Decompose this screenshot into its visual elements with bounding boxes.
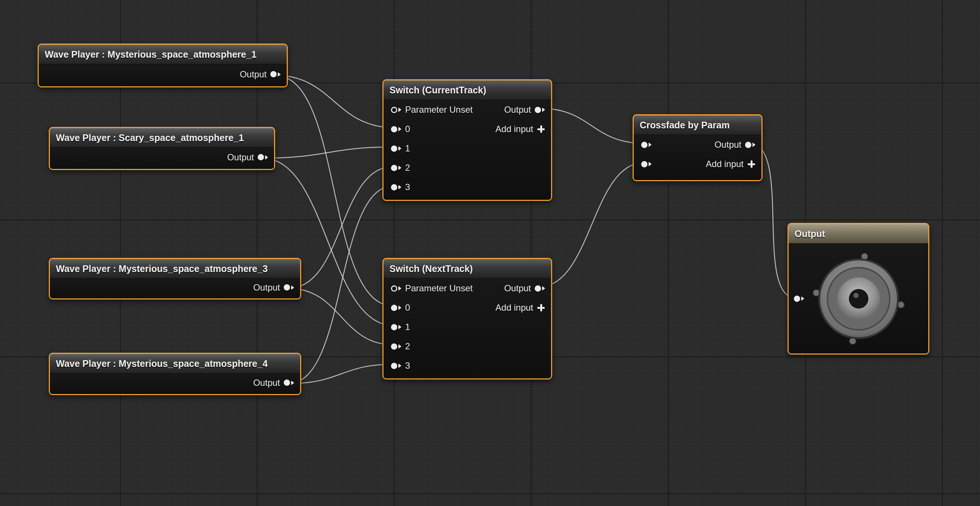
node-switch-nexttrack[interactable]: Switch (NextTrack) Parameter Unset Outpu… — [382, 258, 552, 379]
node-body: Output — [50, 374, 300, 394]
output-pin[interactable] — [284, 284, 294, 290]
node-header[interactable]: Output — [789, 224, 928, 244]
node-header[interactable]: Wave Player : Mysterious_space_atmospher… — [50, 259, 300, 279]
node-title: Wave Player : Mysterious_space_atmospher… — [56, 263, 268, 274]
input-pin-1[interactable] — [391, 146, 401, 152]
wire — [539, 108, 644, 143]
param-pin-label: Parameter Unset — [405, 283, 473, 293]
node-body: Output — [50, 148, 274, 169]
param-input-pin[interactable] — [391, 286, 401, 292]
output-pin-label: Output — [253, 282, 280, 293]
input-pin-label: 2 — [405, 163, 410, 173]
wire — [288, 364, 394, 384]
node-header[interactable]: Wave Player : Scary_space_atmosphere_1 — [50, 128, 274, 148]
node-title: Switch (CurrentTrack) — [390, 85, 486, 96]
input-pin-0[interactable] — [391, 126, 401, 132]
output-pin[interactable] — [270, 71, 281, 78]
output-pin[interactable] — [535, 286, 545, 292]
graph-canvas[interactable]: Wave Player : Mysterious_space_atmospher… — [0, 0, 980, 506]
input-pin-label: 1 — [405, 143, 410, 154]
node-body: Output — [39, 64, 287, 86]
input-pin-label: 1 — [405, 322, 410, 332]
node-crossfade-by-param[interactable]: Crossfade by Param Output Add input — [633, 114, 762, 181]
node-title: Wave Player : Mysterious_space_atmospher… — [56, 358, 268, 369]
output-pin[interactable] — [745, 142, 756, 148]
input-pin-label: 0 — [405, 124, 410, 134]
node-body: Parameter Unset Output 0 Add input — [383, 279, 551, 378]
output-pin[interactable] — [535, 107, 545, 113]
output-pin-label: Output — [240, 69, 267, 79]
input-pin-label: 2 — [405, 341, 410, 352]
node-header[interactable]: Switch (CurrentTrack) — [383, 80, 551, 100]
output-pin[interactable] — [258, 154, 268, 160]
input-pin-0[interactable] — [641, 142, 652, 148]
output-pin-label: Output — [253, 378, 280, 388]
node-header[interactable]: Switch (NextTrack) — [383, 259, 551, 279]
node-wave-player-4[interactable]: Wave Player : Mysterious_space_atmospher… — [49, 353, 301, 395]
node-title: Wave Player : Mysterious_space_atmospher… — [45, 49, 256, 60]
param-input-pin[interactable] — [391, 107, 401, 113]
output-pin-label: Output — [504, 105, 531, 115]
node-body: Output Add input — [634, 135, 761, 180]
node-header[interactable]: Wave Player : Mysterious_space_atmospher… — [50, 354, 300, 374]
wire — [288, 186, 394, 384]
wire — [262, 147, 394, 158]
node-switch-currenttrack[interactable]: Switch (CurrentTrack) Parameter Unset Ou… — [382, 79, 552, 201]
add-input-label: Add input — [496, 124, 533, 134]
add-input-icon[interactable] — [537, 125, 545, 133]
add-input-icon[interactable] — [747, 160, 756, 168]
input-pin-2[interactable] — [391, 343, 401, 350]
input-pin-label: 3 — [405, 360, 410, 371]
node-header[interactable]: Wave Player : Mysterious_space_atmospher… — [39, 44, 287, 64]
node-wave-player-1[interactable]: Wave Player : Mysterious_space_atmospher… — [38, 44, 288, 87]
output-pin-label: Output — [227, 152, 254, 163]
node-title: Crossfade by Param — [640, 120, 730, 131]
node-body: Parameter Unset Output 0 Add input — [383, 100, 551, 200]
wire — [288, 166, 394, 288]
node-wave-player-3[interactable]: Wave Player : Mysterious_space_atmospher… — [49, 258, 301, 300]
node-title: Output — [795, 228, 825, 239]
add-input-icon[interactable] — [537, 304, 545, 312]
wire — [262, 158, 394, 325]
wire — [274, 75, 394, 128]
input-pin-3[interactable] — [391, 184, 401, 190]
speaker-icon — [810, 250, 907, 347]
param-pin-label: Parameter Unset — [405, 105, 473, 115]
input-pin-label: 3 — [405, 182, 410, 192]
output-pin-label: Output — [714, 140, 741, 150]
input-pin-1[interactable] — [641, 161, 652, 167]
node-output[interactable]: Output — [788, 223, 929, 355]
input-pin-2[interactable] — [391, 165, 401, 171]
node-header[interactable]: Crossfade by Param — [634, 115, 761, 135]
node-body — [789, 244, 928, 354]
wire — [539, 163, 644, 287]
wire — [288, 288, 394, 345]
output-pin[interactable] — [284, 379, 294, 386]
node-wave-player-2[interactable]: Wave Player : Scary_space_atmosphere_1 O… — [49, 127, 275, 170]
node-title: Switch (NextTrack) — [390, 263, 473, 274]
add-input-label: Add input — [496, 303, 533, 313]
output-pin-label: Output — [504, 283, 531, 293]
add-input-label: Add input — [706, 159, 744, 169]
input-pin-3[interactable] — [391, 363, 401, 369]
input-pin-1[interactable] — [391, 324, 401, 330]
node-title: Wave Player : Scary_space_atmosphere_1 — [56, 132, 244, 143]
input-pin-label: 0 — [405, 303, 410, 313]
node-body: Output — [50, 279, 300, 298]
input-pin-0[interactable] — [391, 305, 401, 311]
